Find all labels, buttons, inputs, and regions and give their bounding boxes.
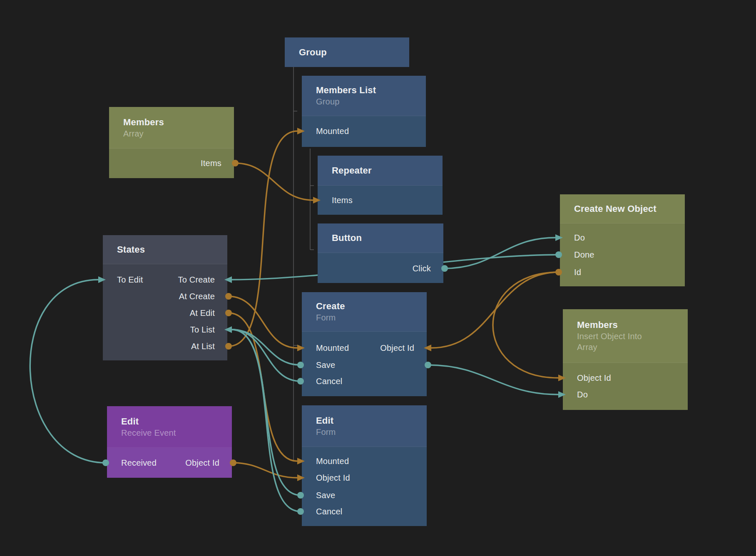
node-title: Create New Object	[574, 203, 658, 215]
port-states-at_edit[interactable]: At Edit	[190, 308, 215, 318]
node-subtitle: Insert Object Into Array	[577, 331, 661, 352]
port-create_new_object-id[interactable]: Id	[574, 267, 581, 278]
port-members_array-items[interactable]: Items	[201, 158, 221, 169]
node-subtitle: Form	[316, 312, 400, 323]
node-header: Group	[285, 37, 409, 67]
node-title: Create	[316, 300, 400, 312]
port-edit_receive-received[interactable]: Received	[121, 457, 157, 468]
port-edit_form-mounted[interactable]: Mounted	[316, 456, 349, 467]
wire-edit_form.cancel--states.to_list[interactable]	[232, 330, 301, 511]
port-button-click[interactable]: Click	[413, 263, 431, 274]
node-members_array[interactable]: MembersArrayItems	[109, 107, 234, 178]
wire-create_new_object.id--members_insert.object_id[interactable]	[493, 272, 559, 378]
node-header: CreateForm	[302, 292, 427, 332]
port-members_insert-object_id[interactable]: Object Id	[577, 372, 611, 383]
wire-edit_form.save--states.to_list[interactable]	[232, 330, 301, 495]
node-header: States	[103, 235, 227, 264]
node-subtitle: Group	[316, 96, 399, 107]
wire-members_array.items--repeater.items[interactable]	[235, 163, 313, 200]
node-header: Members ListGroup	[302, 76, 426, 116]
port-states-at_create[interactable]: At Create	[179, 291, 215, 302]
port-states-to_list[interactable]: To List	[190, 324, 215, 335]
node-group[interactable]: Group	[285, 37, 409, 67]
node-title: Members	[577, 319, 661, 331]
node-header: Repeater	[318, 156, 443, 186]
node-title: Members	[123, 117, 207, 128]
wire-edit_receive.object_id--edit_form.object_id[interactable]	[233, 463, 297, 478]
node-button[interactable]: ButtonClick	[318, 223, 443, 283]
port-create_form-object_id[interactable]: Object Id	[380, 343, 414, 353]
port-members_list-mounted[interactable]: Mounted	[316, 126, 349, 137]
wire-states.at_list--members_list.mounted[interactable]	[229, 131, 297, 346]
port-edit_form-object_id[interactable]: Object Id	[316, 472, 350, 483]
port-create_new_object-done[interactable]: Done	[574, 249, 594, 260]
port-edit_receive-object_id[interactable]: Object Id	[185, 457, 219, 468]
port-states-to_edit[interactable]: To Edit	[117, 274, 143, 285]
node-title: Edit	[316, 415, 400, 427]
node-header: EditReceive Event	[107, 406, 232, 448]
node-members_insert[interactable]: MembersInsert Object Into ArrayObject Id…	[563, 309, 688, 410]
node-edit_receive[interactable]: EditReceive EventReceivedObject Id	[107, 406, 232, 478]
node-header: Create New Object	[560, 194, 685, 223]
node-subtitle: Receive Event	[121, 427, 205, 438]
node-header: MembersInsert Object Into Array	[563, 309, 688, 363]
node-title: Edit	[121, 416, 205, 427]
node-title: Button	[332, 232, 417, 244]
port-repeater-items[interactable]: Items	[332, 195, 353, 206]
port-create_new_object-do[interactable]: Do	[574, 232, 585, 243]
wire-states.at_edit--edit_form.mounted[interactable]	[229, 313, 297, 461]
node-members_list[interactable]: Members ListGroupMounted	[302, 76, 426, 147]
wire-create_form.save--states.to_list[interactable]	[232, 330, 301, 365]
node-create_new_object[interactable]: Create New ObjectDoDoneId	[560, 194, 685, 286]
wire-create_new_object.id--create_form.object_id[interactable]	[431, 272, 559, 348]
node-subtitle: Form	[316, 427, 400, 437]
port-edit_form-cancel[interactable]: Cancel	[316, 506, 342, 517]
port-members_insert-do[interactable]: Do	[577, 389, 588, 400]
wire-create_form.save_r--members_insert.do[interactable]	[428, 365, 558, 395]
wire-edit_receive.received--states.to_edit[interactable]	[30, 280, 106, 463]
node-states[interactable]: StatesTo EditTo CreateAt CreateAt EditTo…	[103, 235, 227, 360]
port-create_form-mounted[interactable]: Mounted	[316, 343, 349, 353]
port-create_form-cancel[interactable]: Cancel	[316, 376, 342, 387]
node-edit_form[interactable]: EditFormMountedObject IdSaveCancel	[302, 405, 427, 526]
node-header: MembersArray	[109, 107, 234, 149]
port-states-to_create[interactable]: To Create	[178, 274, 215, 285]
node-graph-canvas[interactable]: GroupMembers ListGroupMountedMembersArra…	[0, 0, 756, 556]
wire-button.click--create_new_object.do[interactable]	[445, 238, 555, 268]
wire-create_form.cancel--states.to_list[interactable]	[232, 330, 301, 381]
node-subtitle: Array	[123, 128, 207, 139]
node-repeater[interactable]: RepeaterItems	[318, 156, 443, 215]
port-create_form-save[interactable]: Save	[316, 360, 335, 370]
port-edit_form-save[interactable]: Save	[316, 490, 335, 501]
node-create_form[interactable]: CreateFormMountedObject IdSaveCancel	[302, 292, 427, 396]
node-title: Group	[299, 47, 383, 58]
node-header: Button	[318, 223, 443, 253]
node-title: States	[117, 244, 201, 256]
wire-states.at_create--create_form.mounted[interactable]	[229, 296, 297, 348]
node-title: Members List	[316, 84, 399, 96]
port-states-at_list[interactable]: At List	[191, 341, 215, 352]
node-title: Repeater	[332, 165, 416, 176]
node-header: EditForm	[302, 405, 427, 447]
